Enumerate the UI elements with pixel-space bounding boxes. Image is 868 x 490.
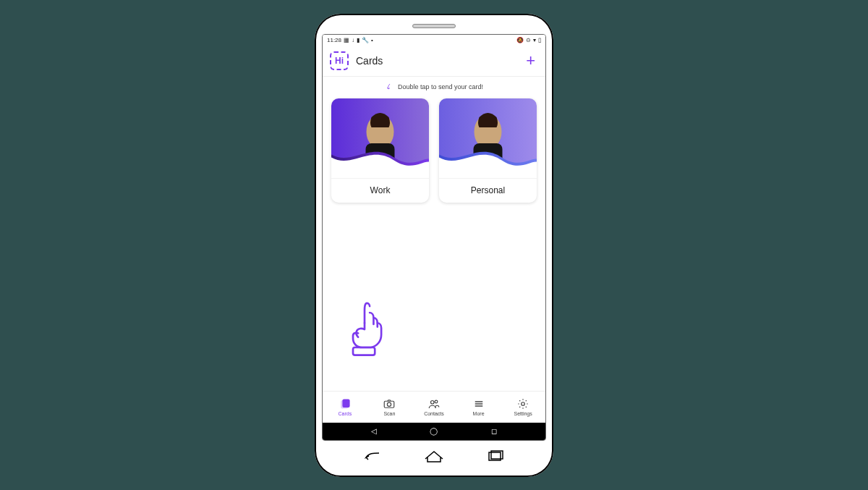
status-icon-dnd: ⊝ — [526, 38, 531, 43]
card-personal[interactable]: Personal — [439, 98, 537, 203]
tab-more-label: More — [473, 411, 485, 416]
android-nav-bar: ◁ ◯ ◻ — [323, 423, 545, 440]
phone-speaker — [412, 24, 456, 28]
svg-point-12 — [435, 400, 438, 403]
tab-cards-label: Cards — [338, 411, 352, 416]
cards-grid: Work — [323, 96, 545, 206]
svg-point-11 — [430, 401, 434, 405]
android-back-button[interactable]: ◁ — [371, 427, 377, 435]
svg-point-10 — [388, 402, 391, 406]
camera-icon — [383, 397, 396, 410]
tab-settings-label: Settings — [514, 411, 532, 416]
hint-banner: Double tap to send your card! — [323, 77, 545, 96]
hint-text: Double tap to send your card! — [398, 83, 483, 90]
status-icon-mute: 🔕 — [516, 38, 524, 43]
status-time: 11:28 — [327, 37, 341, 43]
hw-recents-button[interactable] — [485, 449, 506, 463]
card-personal-image — [439, 98, 537, 178]
arrow-down-icon — [385, 83, 393, 91]
content-area: Double tap to send your card! — [323, 77, 545, 391]
status-bar: 11:28 ▦ ↓ ▮ 🔧 • 🔕 ⊝ ▾ ▯ — [323, 35, 545, 46]
contacts-icon — [427, 397, 441, 410]
add-card-button[interactable]: + — [523, 53, 538, 69]
hw-home-button[interactable] — [422, 449, 446, 463]
pointer-hand-icon — [339, 301, 391, 359]
svg-rect-6 — [353, 347, 375, 355]
tab-scan-label: Scan — [383, 411, 395, 416]
android-home-button[interactable]: ◯ — [430, 427, 438, 435]
android-recents-button[interactable]: ◻ — [491, 427, 497, 435]
tab-contacts[interactable]: Contacts — [415, 397, 453, 416]
page-title: Cards — [356, 55, 516, 67]
plus-icon: + — [526, 51, 535, 69]
app-header: Hi Cards + — [323, 46, 545, 77]
app-logo-text: Hi — [335, 56, 344, 66]
app-logo[interactable]: Hi — [330, 51, 349, 70]
card-personal-label: Personal — [439, 178, 537, 203]
hardware-buttons — [322, 442, 546, 470]
status-icon-wrench: 🔧 — [362, 38, 369, 43]
tab-scan[interactable]: Scan — [370, 397, 408, 416]
svg-point-16 — [522, 402, 525, 406]
tab-cards[interactable]: Cards — [326, 397, 364, 416]
hw-back-button[interactable] — [362, 449, 383, 463]
card-work-image — [331, 98, 429, 178]
status-icon-download: ↓ — [352, 38, 354, 43]
menu-icon — [472, 397, 485, 410]
status-icon-app: ▮ — [357, 38, 359, 43]
card-work-label: Work — [331, 178, 429, 203]
tab-more[interactable]: More — [460, 397, 498, 416]
card-work[interactable]: Work — [331, 98, 429, 203]
status-icon-battery: ▯ — [538, 38, 541, 43]
svg-rect-8 — [343, 400, 349, 407]
bottom-tab-bar: Cards Scan Contacts More — [323, 391, 545, 423]
gear-icon — [516, 397, 529, 410]
screen: 11:28 ▦ ↓ ▮ 🔧 • 🔕 ⊝ ▾ ▯ Hi Cards + — [322, 34, 546, 441]
tab-settings[interactable]: Settings — [504, 397, 542, 416]
phone-frame: 11:28 ▦ ↓ ▮ 🔧 • 🔕 ⊝ ▾ ▯ Hi Cards + — [315, 14, 553, 477]
status-icon-wifi: ▾ — [533, 38, 536, 43]
tab-contacts-label: Contacts — [424, 411, 444, 416]
status-icon-image: ▦ — [344, 38, 349, 43]
status-icon-dot: • — [371, 38, 373, 43]
cards-icon — [339, 397, 352, 410]
